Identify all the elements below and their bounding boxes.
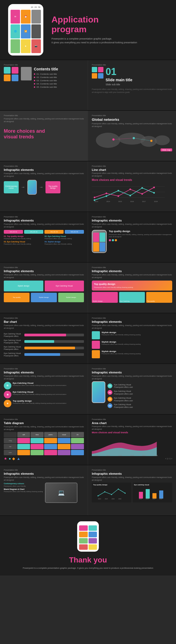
icons-section: Presentation title Infographic elements …	[0, 364, 88, 414]
stylish-icon-2	[92, 341, 100, 349]
table-grid: wifi time pedro cloud 23 msg net cam	[4, 432, 84, 455]
stylish-title: Infographic elements	[92, 320, 172, 323]
about-image	[21, 67, 32, 80]
stylish-item-3: Stylish design Powerpoint offers user-fr…	[92, 350, 172, 358]
about-us-section: Presentation title Contents title 01. Co…	[0, 60, 88, 110]
line-chart-section: Presentation title Line chart Powerpoint…	[88, 161, 176, 212]
ph-tile-1	[93, 233, 99, 242]
icons-title: Infographic elements	[4, 371, 84, 374]
tiles-row-1	[92, 67, 103, 72]
flow-title: Infographic elements	[4, 269, 84, 273]
bar-row-3: Eye-Catching VisualPowerpoint offers	[4, 346, 84, 350]
line-chart-title: Line chart	[92, 168, 172, 171]
blank-diagram-label: Blank Diagram & Chart	[4, 488, 43, 490]
svg-point-38	[111, 494, 112, 495]
flow-boxes-top: Stylish design Eye Catching Visual	[4, 281, 84, 291]
line-chart-svg: 2013 2014 2015 2016 2017 2018	[92, 183, 165, 203]
icon-circle-3: ✦	[4, 400, 11, 407]
value-box-3: VALUE 03	[44, 230, 64, 234]
quality-design-section: Presentation title Infographic elements …	[88, 263, 176, 313]
ty-tile-3	[79, 532, 88, 537]
numbered-item-3: 03 Eye-Catching VisualPowerpoint offers …	[107, 397, 133, 402]
td-r1-1	[17, 438, 30, 443]
mini-bar-chart: Eye catching visual 2013 2014 2015 2016	[133, 483, 172, 502]
grid-item-1: 01. Top quality design Powerpoint offers…	[4, 235, 43, 239]
slide-thankyou: Thank you Powerpoint is a complete prese…	[0, 516, 176, 575]
td-r1-0: msg	[4, 438, 17, 443]
values-title: Infographic elements	[4, 219, 84, 222]
pres-label-laptop: Presentation title	[4, 469, 84, 471]
th-2: time	[31, 432, 44, 437]
barchart-section: Presentation title Bar chart Powerpoint …	[0, 313, 88, 363]
pres-label-values: Presentation title	[4, 216, 84, 218]
svg-point-16	[141, 193, 143, 195]
pres-label-mini: Presentation title	[92, 469, 172, 471]
global-title: Global networks	[92, 118, 172, 122]
svg-text:2016: 2016	[118, 498, 121, 500]
td-r3-2	[31, 450, 44, 455]
icon-text-2: Eye Catching Visual Powerpoint offers us…	[13, 391, 66, 398]
bar-chart-area: Eye-Catching VisualPowerpoint offers Eye…	[4, 331, 84, 360]
svg-point-23	[153, 192, 155, 194]
mini-line-svg: 2013 2014 2015 2016	[93, 486, 130, 500]
page-info: < 1 / 1 >	[92, 458, 172, 460]
star-icon: ★	[4, 456, 7, 461]
bar-row-4: Eye-Catching VisualPowerpoint offers	[4, 352, 84, 357]
ty-tile-5	[79, 538, 88, 544]
about-title: Contents title	[34, 67, 58, 71]
quality-gradient-desc: Powerpoint offers user-friendly editing …	[94, 286, 170, 288]
bar-label-2: Eye-Catching VisualPowerpoint offers	[4, 339, 23, 344]
about-text-block: Contents title 01. Contents sub title 02…	[34, 67, 58, 89]
svg-text:2014: 2014	[105, 498, 108, 500]
th-4: cloud	[58, 432, 71, 437]
slide-barchart: Presentation title Bar chart Powerpoint …	[0, 313, 176, 363]
svg-text:2015: 2015	[152, 498, 155, 500]
flow-box-4: Stylish design	[31, 293, 57, 302]
phone-tile-6	[31, 24, 41, 38]
svg-text:2013: 2013	[98, 498, 101, 500]
pres-label-numbered: Presentation title	[92, 368, 172, 370]
slide-icons-numbered: Presentation title Infographic elements …	[0, 364, 176, 414]
laptop-content: Contemporary colours Powerpoint offers u…	[4, 483, 84, 503]
ph-tile-3	[93, 242, 99, 252]
numbered-list-section: Presentation title Infographic elements …	[88, 364, 176, 414]
bar-track-4	[24, 353, 84, 356]
svg-text:2016: 2016	[159, 498, 162, 500]
svg-rect-45	[139, 492, 143, 499]
slide-table-area: Presentation title Table diagram Powerpo…	[0, 415, 176, 465]
icon-circle-1: 👁	[4, 382, 11, 389]
bar-title: Bar chart	[4, 320, 84, 323]
svg-rect-46	[146, 489, 150, 499]
about-content: Contents title 01. Contents sub title 02…	[4, 67, 84, 89]
app-title: Application program	[51, 15, 137, 34]
slide-flowchart: Presentation title Infographic elements …	[0, 263, 176, 313]
phone-tile-8: ★	[21, 39, 30, 53]
stylish-text-2: Stylish design Powerpoint offers user-fr…	[102, 341, 141, 349]
color-block-3: Top quality	[146, 292, 172, 303]
area-desc: Powerpoint offers user-friendly, editing…	[92, 425, 172, 431]
value-box-2: VALUE 02	[24, 230, 43, 234]
phone-tile-3	[31, 10, 41, 24]
numbered-title: Infographic elements	[92, 371, 172, 374]
phone-hand-section: Presentation title Infographic elements …	[88, 212, 176, 262]
pres-label-about: Presentation title	[4, 64, 84, 66]
svg-text:2018: 2018	[154, 201, 158, 202]
numbered-content: 01 Eye-Catching VisualPowerpoint offers …	[92, 381, 172, 410]
td-r3-4	[58, 450, 71, 455]
pres-label-choices: Presentation title	[4, 115, 84, 116]
svg-point-37	[104, 491, 105, 492]
svg-point-15	[129, 188, 131, 190]
slide-laptop-charts: Presentation title Infographic elements …	[0, 465, 176, 515]
numbered-phone	[92, 381, 105, 403]
tiles-row-2	[92, 73, 103, 79]
svg-rect-48	[159, 490, 163, 499]
pres-label-flow: Presentation title	[4, 266, 84, 268]
flow-desc: Powerpoint offers user-friendly, editing…	[4, 274, 84, 279]
map-button[interactable]: Slide map	[161, 148, 172, 151]
svg-text:2014: 2014	[106, 455, 110, 456]
svg-point-36	[97, 495, 99, 496]
stylish-text-3: Stylish design Powerpoint offers user-fr…	[102, 350, 141, 358]
about-tile-1	[4, 67, 11, 74]
icon-item-1: 👁 Eye-Catching Visual Powerpoint offers …	[4, 382, 84, 389]
quality-dots	[109, 239, 172, 241]
